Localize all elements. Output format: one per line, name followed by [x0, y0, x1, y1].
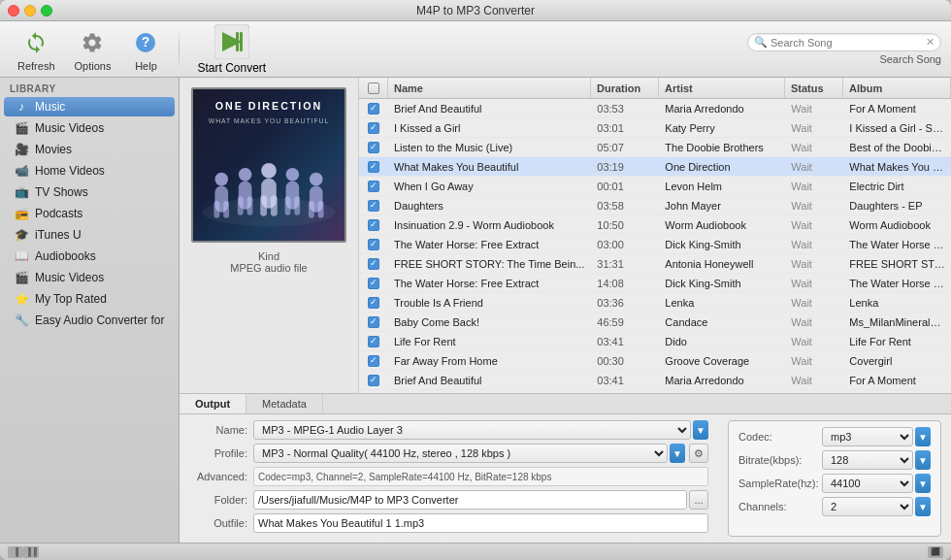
table-row[interactable]: Baby Come Back!46:59CandaceWaitMs_MilanM… [359, 313, 951, 332]
row-check[interactable] [359, 142, 388, 153]
row-status: Wait [785, 103, 843, 115]
row-checkbox[interactable] [368, 316, 379, 328]
outfile-input[interactable] [253, 513, 708, 533]
sidebar-item-music-videos[interactable]: 🎬 Music Videos [4, 118, 175, 138]
sidebar-section-library: Library [0, 78, 179, 96]
row-checkbox[interactable] [368, 336, 379, 347]
select-all-checkbox[interactable] [368, 82, 379, 94]
options-button[interactable]: Options [67, 23, 119, 76]
channels-select[interactable]: 2 [822, 497, 913, 516]
row-duration: 10:50 [591, 219, 659, 231]
select-all-cell[interactable] [359, 78, 388, 98]
sidebar-item-tv-shows[interactable]: 📺 TV Shows [4, 182, 175, 202]
status-right-btn[interactable]: ⬛ [928, 546, 943, 558]
row-checkbox[interactable] [368, 181, 379, 192]
table-row[interactable]: Brief And Beautiful03:53Maria ArredondoW… [359, 99, 951, 118]
row-album: I Kissed a Girl - Single [843, 122, 951, 134]
row-check[interactable] [359, 219, 388, 231]
minimize-button[interactable] [24, 5, 36, 16]
svg-rect-22 [285, 196, 291, 215]
tab-metadata[interactable]: Metadata [246, 394, 323, 413]
sidebar-item-home-videos[interactable]: 📹 Home Videos [4, 161, 175, 181]
row-checkbox[interactable] [368, 258, 379, 270]
row-checkbox[interactable] [368, 200, 379, 212]
profile-select[interactable]: MP3 - Normal Quality( 44100 Hz, stereo ,… [253, 444, 668, 463]
row-check[interactable] [359, 336, 388, 347]
bitrate-row: Bitrate(kbps): 128 ▼ [738, 450, 931, 470]
name-select[interactable]: MP3 - MPEG-1 Audio Layer 3 [253, 420, 691, 440]
folder-browse-btn[interactable]: ... [689, 490, 708, 510]
profile-edit-btn[interactable]: ⚙ [689, 444, 708, 463]
table-row[interactable]: The Water Horse: Free Extract14:08Dick K… [359, 274, 951, 293]
channels-row: Channels: 2 ▼ [738, 497, 931, 516]
table-row[interactable]: Daughters03:58John MayerWaitDaughters - … [359, 196, 951, 215]
samplerate-dropdown-arrow[interactable]: ▼ [915, 474, 931, 493]
row-check[interactable] [359, 181, 388, 192]
table-row[interactable]: Life For Rent03:41DidoWaitLife For Rent [359, 332, 951, 351]
folder-input[interactable] [253, 490, 687, 510]
row-check[interactable] [359, 200, 388, 212]
start-convert-button[interactable]: Start Convert [189, 20, 274, 79]
table-row[interactable]: Trouble Is A Friend03:36LenkaWaitLenka [359, 293, 951, 313]
bitrate-select[interactable]: 128 [822, 450, 913, 470]
sidebar-item-movies[interactable]: 🎥 Movies [4, 140, 175, 159]
profile-dropdown-arrow[interactable]: ▼ [670, 444, 685, 463]
table-row[interactable]: Far Away From Home00:30Groove CoverageWa… [359, 351, 951, 371]
sidebar-item-top-rated[interactable]: ⭐ My Top Rated [4, 289, 175, 309]
help-button[interactable]: ? Help [122, 23, 169, 76]
tab-output[interactable]: Output [180, 394, 246, 413]
sidebar-music-videos2-label: Music Videos [35, 271, 104, 284]
table-row[interactable]: Insinuation 2.9 - Worm Audiobook10:50Wor… [359, 215, 951, 235]
row-check[interactable] [359, 103, 388, 115]
sidebar-item-music-videos2[interactable]: 🎬 Music Videos [4, 268, 175, 287]
row-artist: Worm Audiobook [659, 219, 785, 231]
row-check[interactable] [359, 316, 388, 328]
name-dropdown-arrow[interactable]: ▼ [693, 420, 708, 440]
codec-select[interactable]: mp3 [822, 427, 913, 446]
row-checkbox[interactable] [368, 103, 379, 115]
row-checkbox[interactable] [368, 219, 379, 231]
sidebar-item-itunes-u[interactable]: 🎓 iTunes U [4, 225, 175, 245]
row-checkbox[interactable] [368, 142, 379, 153]
sidebar-item-audiobooks[interactable]: 📖 Audiobooks [4, 247, 175, 266]
table-row[interactable]: Listen to the Music (Live)05:07The Doobi… [359, 138, 951, 157]
row-check[interactable] [359, 161, 388, 173]
row-checkbox[interactable] [368, 375, 379, 386]
table-row[interactable]: What Makes You Beautiful03:19One Directi… [359, 157, 951, 177]
row-check[interactable] [359, 297, 388, 309]
maximize-button[interactable] [41, 5, 52, 16]
close-button[interactable] [8, 5, 19, 16]
row-checkbox[interactable] [368, 355, 379, 367]
table-row[interactable]: When I Go Away00:01Levon HelmWaitElectri… [359, 177, 951, 196]
row-checkbox[interactable] [368, 161, 379, 173]
search-input[interactable] [771, 37, 926, 49]
row-album: Worm Audiobook [843, 219, 951, 231]
status-left-btn[interactable]: ▐ [8, 546, 23, 558]
row-check[interactable] [359, 258, 388, 270]
row-checkbox[interactable] [368, 239, 379, 250]
table-row[interactable]: I Kissed a Girl03:01Katy PerryWaitI Kiss… [359, 118, 951, 138]
row-checkbox[interactable] [368, 122, 379, 134]
table-row[interactable]: Brief And Beautiful03:41Maria ArredondoW… [359, 371, 951, 390]
sidebar-item-easy-audio[interactable]: 🔧 Easy Audio Converter for [4, 311, 175, 330]
table-row[interactable]: The Water Horse: Free Extract03:00Dick K… [359, 235, 951, 254]
row-check[interactable] [359, 355, 388, 367]
sidebar-item-podcasts[interactable]: 📻 Podcasts [4, 204, 175, 223]
name-row: Name: MP3 - MPEG-1 Audio Layer 3 ▼ [189, 420, 708, 440]
row-check[interactable] [359, 278, 388, 289]
search-box[interactable]: 🔍 ✕ [747, 33, 941, 51]
row-checkbox[interactable] [368, 297, 379, 309]
row-check[interactable] [359, 122, 388, 134]
row-check[interactable] [359, 239, 388, 250]
codec-dropdown-arrow[interactable]: ▼ [915, 427, 931, 446]
sidebar-item-music[interactable]: ♪ Music [4, 97, 175, 116]
table-row[interactable]: FREE SHORT STORY: The Time Bein...31:31A… [359, 254, 951, 274]
bitrate-dropdown-arrow[interactable]: ▼ [915, 450, 931, 470]
row-check[interactable] [359, 375, 388, 386]
clear-search-icon[interactable]: ✕ [926, 36, 935, 49]
status-pause-btn[interactable]: ▐▐ [23, 546, 39, 558]
refresh-button[interactable]: Refresh [10, 23, 63, 76]
samplerate-select[interactable]: 44100 [822, 474, 913, 493]
channels-dropdown-arrow[interactable]: ▼ [915, 497, 931, 516]
row-checkbox[interactable] [368, 278, 379, 289]
